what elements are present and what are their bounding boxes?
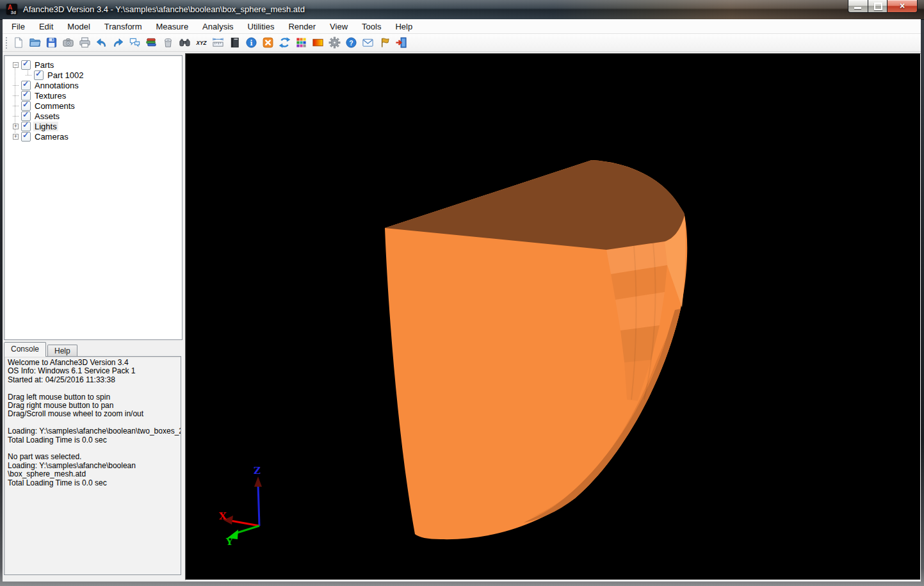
tree-item-label[interactable]: Comments: [33, 101, 76, 111]
model-box-sphere-mesh[interactable]: [385, 160, 687, 539]
color-swatch-icon[interactable]: [310, 35, 325, 51]
console-line: Drag right mouse button to pan: [4, 402, 181, 410]
tab-help[interactable]: Help: [47, 345, 77, 357]
checkmark-icon: ✓: [35, 69, 42, 78]
console-line: Loading: Y:\samples\afanche\boolean: [4, 462, 181, 470]
visibility-checkbox[interactable]: ✓: [21, 122, 31, 131]
tree-item-assets[interactable]: ✓Assets: [4, 111, 182, 121]
tree-item-label[interactable]: Assets: [33, 111, 61, 121]
minimize-button[interactable]: [848, 0, 868, 13]
close-button[interactable]: ×: [888, 0, 918, 13]
menu-item-transform[interactable]: Transform: [97, 20, 149, 33]
measure-dimension-icon[interactable]: [210, 35, 225, 51]
archive-can-icon[interactable]: [160, 35, 175, 51]
menu-item-utilities[interactable]: Utilities: [241, 20, 282, 33]
menu-item-help[interactable]: Help: [388, 20, 419, 33]
console-line: [4, 384, 181, 393]
xyz-coordinates-icon[interactable]: XYZ: [193, 35, 209, 51]
collapse-icon[interactable]: −: [12, 61, 19, 69]
expand-icon[interactable]: +: [12, 133, 19, 140]
flag-icon[interactable]: [377, 35, 392, 51]
maximize-icon: [874, 3, 882, 10]
console-line: Welcome to Afanche3D Version 3.4: [4, 359, 181, 367]
console-line: [4, 419, 181, 427]
delete-icon[interactable]: [260, 35, 275, 51]
svg-text:i: i: [250, 39, 252, 47]
tree-connector-stub: [12, 102, 19, 110]
window-body: FileEditModelTransformMeasureAnalysisUti…: [3, 19, 921, 582]
redo-icon[interactable]: [110, 35, 126, 51]
tree-item-cameras[interactable]: +✓Cameras: [4, 131, 182, 142]
tree-item-label[interactable]: Annotations: [33, 81, 80, 90]
y-axis-label: Y: [225, 536, 233, 548]
print-icon[interactable]: [77, 35, 92, 51]
tree-item-lights[interactable]: +✓Lights: [4, 121, 182, 131]
tab-console[interactable]: Console: [4, 342, 46, 357]
console-line: Loading: Y:\samples\afanche\boolean\two_…: [4, 427, 181, 435]
title-bar[interactable]: A 3d Afanche3D Version 3.4 - Y:\samples\…: [0, 0, 924, 20]
comments-icon[interactable]: [127, 35, 142, 51]
tree-connector-stub: [25, 72, 32, 79]
window-frame: A 3d Afanche3D Version 3.4 - Y:\samples\…: [0, 0, 924, 586]
z-axis-arrowhead: [254, 476, 262, 487]
menu-item-edit[interactable]: Edit: [32, 20, 60, 33]
tree-item-textures[interactable]: ✓Textures: [4, 90, 182, 101]
window-controls: ×: [848, 0, 918, 13]
checkmark-icon: ✓: [22, 100, 29, 109]
menu-item-analysis[interactable]: Analysis: [195, 20, 240, 33]
open-folder-icon[interactable]: [27, 35, 42, 51]
tree-item-annotations[interactable]: ✓Annotations: [4, 80, 182, 90]
tree-item-parts[interactable]: −✓Parts: [4, 60, 182, 70]
tree-item-label[interactable]: Cameras: [33, 132, 70, 142]
refresh-icon[interactable]: [277, 35, 292, 51]
checkmark-icon: ✓: [22, 59, 29, 68]
checkmark-icon: ✓: [22, 110, 29, 119]
info-icon[interactable]: i: [243, 35, 259, 51]
visibility-checkbox[interactable]: ✓: [21, 60, 31, 70]
menu-bar: FileEditModelTransformMeasureAnalysisUti…: [3, 19, 921, 34]
console-line: Drag left mouse button to spin: [4, 393, 181, 402]
maximize-button[interactable]: [868, 0, 888, 13]
tree-item-label[interactable]: Lights: [33, 122, 58, 131]
tree-item-label[interactable]: Parts: [33, 60, 55, 70]
materials-books-icon[interactable]: [143, 35, 159, 51]
console-panel[interactable]: Welcome to Afanche3D Version 3.4OS Info:…: [4, 356, 181, 575]
x-axis-label: X: [219, 510, 227, 522]
settings-gear-icon[interactable]: [327, 35, 342, 51]
bottom-tab-strip: Console Help: [4, 342, 79, 357]
menu-item-file[interactable]: File: [4, 20, 32, 33]
search-binoculars-icon[interactable]: [177, 35, 192, 51]
exit-door-icon[interactable]: [393, 35, 409, 51]
notebook-icon[interactable]: [227, 35, 242, 51]
color-palette-icon[interactable]: [293, 35, 309, 51]
visibility-checkbox[interactable]: ✓: [21, 132, 31, 142]
tree-item-part-1002[interactable]: ✓Part 1002: [4, 70, 182, 80]
tree-item-comments[interactable]: ✓Comments: [4, 101, 182, 111]
z-axis-line: [258, 484, 259, 526]
tree-item-label[interactable]: Part 1002: [46, 70, 85, 80]
model-tree-panel: −✓Parts✓Part 1002✓Annotations✓Textures✓C…: [4, 55, 182, 340]
viewport-3d[interactable]: Z X Y: [185, 53, 921, 580]
help-icon[interactable]: ?: [343, 35, 359, 51]
menu-item-model[interactable]: Model: [60, 20, 97, 33]
undo-icon[interactable]: [93, 35, 109, 51]
save-icon[interactable]: [44, 35, 59, 51]
screenshot-camera-icon[interactable]: [60, 35, 76, 51]
menu-item-view[interactable]: View: [323, 20, 355, 33]
email-icon[interactable]: [360, 35, 375, 51]
menu-item-tools[interactable]: Tools: [355, 20, 388, 33]
tree-item-label[interactable]: Textures: [33, 91, 67, 101]
menu-item-render[interactable]: Render: [281, 20, 323, 33]
toolbar-grip[interactable]: [5, 37, 8, 49]
visibility-checkbox[interactable]: ✓: [21, 111, 31, 121]
visibility-checkbox[interactable]: ✓: [34, 70, 44, 80]
visibility-checkbox[interactable]: ✓: [21, 101, 31, 111]
console-line: [4, 444, 181, 453]
expand-icon[interactable]: +: [12, 123, 19, 130]
menu-item-measure[interactable]: Measure: [149, 20, 196, 33]
visibility-checkbox[interactable]: ✓: [21, 81, 31, 90]
console-line: Total Loading Time is 0.0 sec: [4, 436, 181, 444]
y-axis-line: [237, 526, 259, 533]
visibility-checkbox[interactable]: ✓: [21, 91, 31, 101]
new-document-icon[interactable]: [10, 35, 26, 51]
